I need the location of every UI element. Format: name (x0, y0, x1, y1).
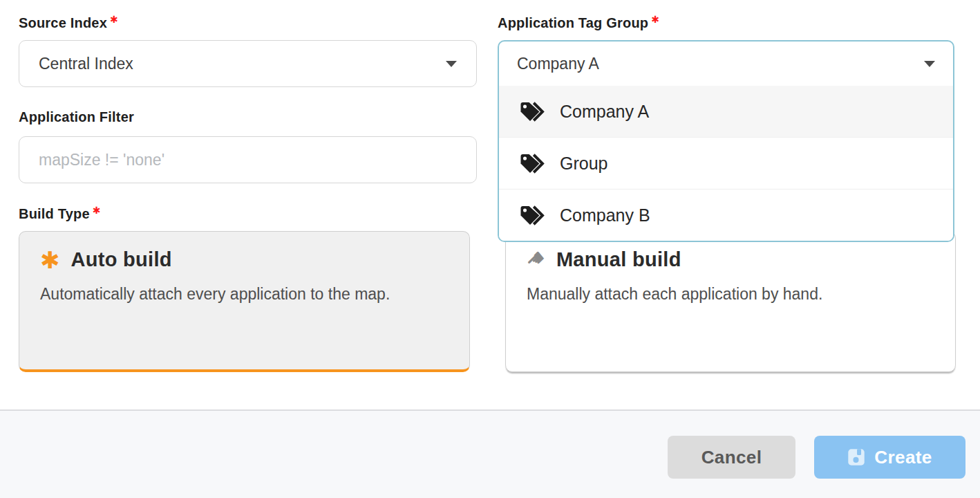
caret-down-icon (924, 61, 935, 67)
dropdown-option-group[interactable]: Group (499, 137, 953, 189)
auto-build-title: Auto build (71, 248, 172, 271)
build-type-label-text: Build Type (19, 206, 90, 221)
create-button-label: Create (874, 447, 932, 468)
build-type-option-manual-build[interactable]: ☚ Manual build Manually attach each appl… (505, 231, 956, 372)
tags-icon (518, 100, 546, 123)
manual-build-description: Manually attach each application by hand… (527, 282, 914, 306)
cancel-button[interactable]: Cancel (668, 436, 795, 479)
application-tag-group-label: Application Tag Group✱ (498, 14, 659, 31)
application-tag-group-select-value[interactable]: Company A (499, 42, 953, 86)
dropdown-option-label: Group (560, 154, 607, 174)
dropdown-option-label: Company B (560, 205, 650, 225)
auto-build-description: Automatically attach every application t… (40, 282, 427, 306)
required-asterisk-icon: ✱ (93, 205, 101, 216)
application-filter-label: Application Filter (19, 109, 134, 125)
dropdown-option-company-a[interactable]: Company A (499, 86, 953, 137)
application-filter-label-text: Application Filter (19, 109, 134, 124)
source-index-label: Source Index✱ (19, 14, 118, 31)
application-tag-group-selected-value: Company A (517, 55, 599, 73)
cancel-button-label: Cancel (701, 447, 762, 468)
build-type-option-auto-build[interactable]: ✱ Auto build Automatically attach every … (19, 231, 470, 372)
floppy-disk-icon (847, 448, 865, 466)
required-asterisk-icon: ✱ (651, 14, 659, 25)
tags-icon (518, 152, 546, 175)
source-index-select[interactable]: Central Index (19, 40, 477, 87)
application-tag-group-select: Company A Company A Group Company B (498, 40, 954, 242)
build-type-label: Build Type✱ (19, 205, 101, 222)
application-filter-input[interactable] (19, 136, 477, 183)
tags-icon (518, 204, 546, 227)
application-tag-group-label-text: Application Tag Group (498, 15, 648, 30)
caret-down-icon (446, 61, 457, 67)
dropdown-option-label: Company A (560, 102, 649, 122)
asterisk-icon: ✱ (40, 250, 60, 270)
source-index-label-text: Source Index (19, 15, 107, 30)
required-asterisk-icon: ✱ (110, 14, 118, 25)
source-index-selected-value: Central Index (39, 55, 133, 73)
dialog-footer: Cancel Create (0, 409, 980, 498)
dropdown-option-company-b[interactable]: Company B (499, 189, 953, 241)
create-button[interactable]: Create (814, 436, 965, 479)
hand-pointer-icon: ☚ (522, 246, 549, 273)
manual-build-title: Manual build (556, 248, 681, 271)
